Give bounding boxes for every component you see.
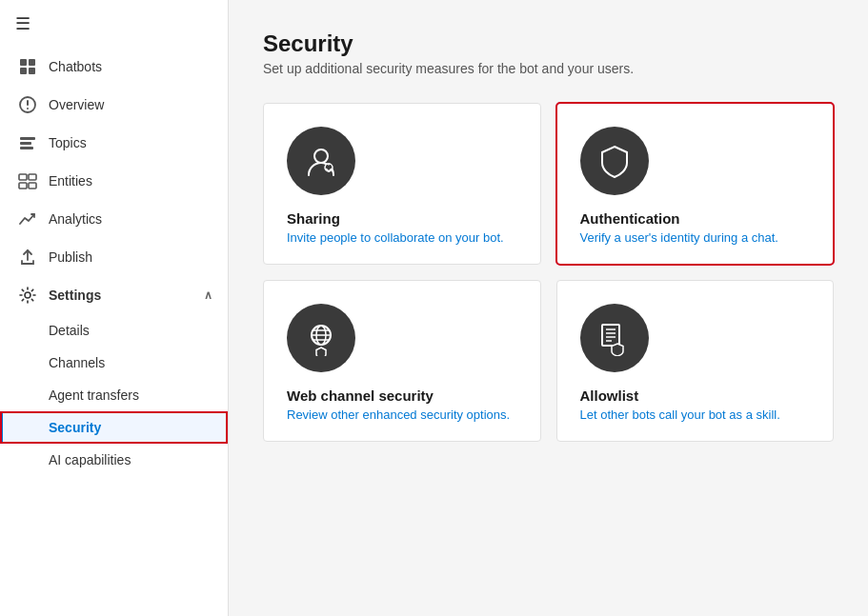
svg-rect-5 [27, 100, 29, 106]
sidebar-sub-item-channels[interactable]: Channels [0, 347, 228, 379]
svg-rect-13 [29, 183, 36, 189]
allowlist-icon-circle [580, 304, 649, 372]
sidebar-sub-item-ai-capabilities[interactable]: AI capabilities [0, 444, 228, 476]
shield-icon [596, 143, 633, 179]
authentication-icon-circle [580, 127, 649, 195]
main-content: Security Set up additional security meas… [229, 0, 868, 616]
sidebar-sub-item-security[interactable]: Security [0, 411, 228, 444]
page-subtitle: Set up additional security measures for … [263, 61, 834, 76]
sidebar-sub-item-security-label: Security [49, 420, 101, 435]
svg-rect-10 [19, 174, 27, 180]
svg-rect-3 [29, 68, 35, 74]
svg-rect-7 [20, 137, 35, 140]
card-sharing[interactable]: Sharing Invite people to collaborate on … [263, 103, 541, 265]
sidebar-sub-item-agent-transfers[interactable]: Agent transfers [0, 379, 228, 411]
sharing-card-title: Sharing [287, 210, 517, 227]
sidebar-sub-item-ai-capabilities-label: AI capabilities [49, 452, 131, 467]
svg-rect-12 [19, 183, 27, 189]
sidebar-item-topics-label: Topics [49, 135, 87, 150]
card-authentication[interactable]: Authentication Verify a user's identity … [556, 103, 835, 265]
svg-rect-6 [27, 108, 29, 109]
sidebar-item-analytics-label: Analytics [49, 211, 102, 227]
web-channel-icon-circle [287, 304, 355, 372]
page-title: Security [263, 30, 834, 57]
svg-point-15 [314, 149, 328, 163]
sidebar-item-settings-label: Settings [49, 288, 101, 303]
sidebar-item-chatbots-label: Chatbots [49, 59, 102, 74]
web-channel-card-title: Web channel security [287, 387, 517, 404]
web-channel-card-description: Review other enhanced security options. [287, 407, 517, 422]
authentication-card-description: Verify a user's identity during a chat. [580, 230, 811, 245]
publish-icon [18, 248, 37, 267]
sidebar-sub-item-channels-label: Channels [49, 355, 105, 370]
chatbots-icon [18, 57, 37, 76]
svg-rect-11 [29, 174, 36, 180]
entities-icon [18, 171, 37, 190]
sidebar-item-entities-label: Entities [49, 173, 92, 189]
list-shield-icon [596, 320, 633, 356]
svg-rect-23 [602, 325, 619, 346]
allowlist-card-title: Allowlist [580, 387, 811, 404]
svg-rect-9 [20, 147, 33, 149]
sidebar-sub-item-details[interactable]: Details [0, 314, 228, 347]
sidebar-sub-item-details-label: Details [49, 323, 90, 338]
analytics-icon [18, 209, 37, 229]
sidebar-item-publish[interactable]: Publish [0, 238, 228, 276]
sidebar-item-topics[interactable]: Topics [0, 124, 228, 162]
svg-rect-2 [20, 68, 27, 74]
svg-rect-1 [29, 59, 35, 66]
sharing-card-description: Invite people to collaborate on your bot… [287, 230, 517, 245]
overview-icon [18, 95, 37, 114]
sidebar-sub-item-agent-transfers-label: Agent transfers [49, 387, 139, 403]
sidebar-item-analytics[interactable]: Analytics [0, 200, 228, 238]
hamburger-icon: ☰ [15, 14, 30, 33]
hamburger-button[interactable]: ☰ [0, 0, 228, 48]
card-web-channel-security[interactable]: Web channel security Review other enhanc… [263, 280, 541, 442]
svg-rect-0 [20, 59, 27, 66]
chevron-up-icon: ∧ [204, 288, 212, 302]
cards-grid: Sharing Invite people to collaborate on … [263, 103, 834, 442]
sharing-icon [303, 143, 339, 179]
sidebar: ☰ Chatbots Overview [0, 0, 229, 616]
allowlist-card-description: Let other bots call your bot as a skill. [580, 407, 811, 422]
svg-rect-8 [20, 142, 31, 145]
authentication-card-title: Authentication [580, 210, 811, 227]
settings-icon [18, 286, 37, 305]
sidebar-item-settings[interactable]: Settings ∧ [0, 276, 228, 314]
card-allowlist[interactable]: Allowlist Let other bots call your bot a… [556, 280, 835, 442]
sidebar-item-overview-label: Overview [49, 97, 104, 112]
svg-point-14 [25, 292, 30, 298]
sidebar-item-chatbots[interactable]: Chatbots [0, 48, 228, 86]
sidebar-item-overview[interactable]: Overview [0, 86, 228, 124]
sharing-icon-circle [287, 127, 355, 195]
globe-shield-icon [303, 320, 339, 356]
sidebar-item-entities[interactable]: Entities [0, 162, 228, 200]
topics-icon [18, 133, 37, 152]
sidebar-item-publish-label: Publish [49, 249, 92, 265]
